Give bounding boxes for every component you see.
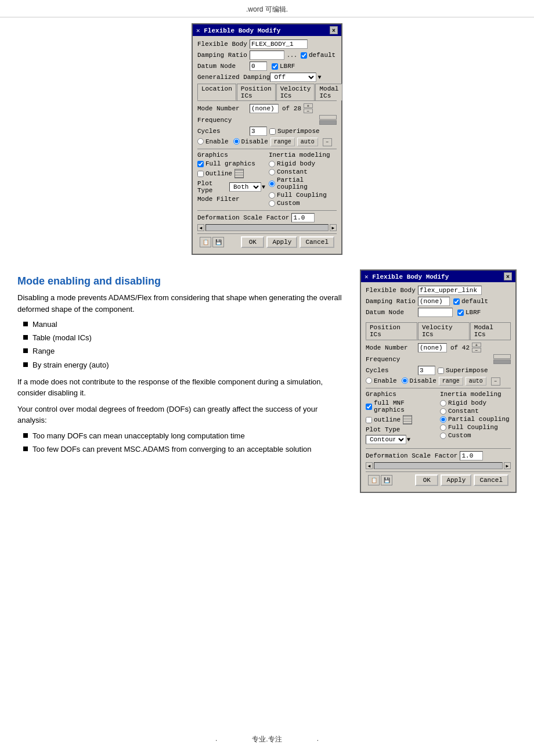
scroll-right-btn[interactable]: ▶ (330, 224, 337, 231)
section-heading: Mode enabling and disabling (17, 275, 348, 287)
dialog1-datum-row: Datum Node LBRF (197, 62, 337, 71)
dotted-btn[interactable]: ... (287, 52, 297, 59)
disable-radio[interactable] (233, 138, 240, 145)
lbrf-checkbox[interactable] (272, 63, 278, 70)
d2-tab-velocity-ics[interactable]: Velocity ICs (418, 322, 470, 340)
d2-scroll-track[interactable] (374, 462, 503, 469)
gen-damping-arrow[interactable]: ▼ (317, 74, 321, 81)
dialog2-apply-button[interactable]: Apply (441, 474, 471, 486)
mode-number-input[interactable] (250, 104, 279, 113)
tab-position-ics[interactable]: Position ICs (237, 84, 276, 100)
constant-label: Constant (277, 168, 308, 175)
dialog1-sep1 (197, 149, 337, 149)
dialog1-apply-button[interactable]: Apply (266, 236, 297, 248)
auto-button[interactable]: auto (297, 138, 318, 146)
gen-damping-label: Generalized Damping (197, 74, 270, 81)
dialog2-ok-button[interactable]: OK (415, 474, 438, 486)
enable-radio[interactable] (197, 138, 204, 145)
tab-velocity-ics[interactable]: Velocity ICs (276, 84, 315, 100)
scroll-track[interactable] (205, 224, 329, 231)
rigid-body-radio[interactable] (269, 161, 275, 167)
dialog2-graphics-col: Graphics full MNF graphics outline (366, 391, 436, 446)
dialog1-sep2 (197, 210, 337, 211)
gen-damping-select[interactable]: Off (270, 73, 316, 82)
d2-datum-node-input[interactable] (418, 308, 453, 317)
tab-modal-ics[interactable]: Modal ICs (315, 84, 342, 100)
partial-coupling-radio[interactable] (269, 181, 275, 187)
d2-plot-type-arrow[interactable]: ▼ (407, 437, 410, 443)
graphics-title: Graphics (197, 152, 265, 159)
damping-ratio-input[interactable] (250, 51, 284, 60)
d2-default-checkbox[interactable] (453, 298, 460, 305)
dialog1-mode-number-row: Mode Number of 28 + − (197, 103, 337, 113)
d2-scroll-right-btn[interactable]: ▶ (504, 462, 511, 469)
dialog2-cancel-button[interactable]: Cancel (474, 474, 508, 486)
d2-superimpose-checkbox[interactable] (438, 368, 444, 374)
d2-icon-btn-2[interactable]: 💾 (381, 475, 392, 485)
d2-range-button[interactable]: range (439, 377, 463, 386)
d2-scroll-left-btn[interactable]: ◀ (366, 462, 373, 469)
d2-rigid-body-radio[interactable] (440, 400, 446, 406)
constant-radio[interactable] (269, 169, 275, 175)
datum-node-input[interactable] (250, 62, 267, 71)
d2-full-mnf-checkbox[interactable] (366, 404, 372, 410)
dialog1-cancel-button[interactable]: Cancel (300, 236, 334, 248)
d2-cycles-input[interactable] (418, 366, 435, 375)
dialog1-bottom-icons: 📋 💾 (200, 237, 224, 247)
icon-btn-2[interactable]: 💾 (212, 237, 224, 247)
dialog1-close-button[interactable]: × (330, 26, 338, 34)
dialog2-flexible-body-row: Flexible Body (366, 286, 511, 295)
d2-mode-down-btn[interactable]: − (472, 348, 481, 352)
dialog1-deformation-row: Deformation Scale Factor (197, 213, 337, 222)
d2-outline-checkbox[interactable] (366, 417, 372, 423)
tab-location[interactable]: Location (197, 84, 236, 100)
dialog1-flexible-body-row: Flexible Body (197, 39, 337, 49)
scroll-left-btn[interactable]: ◀ (197, 224, 204, 231)
dialog1: ✕ Flexible Body Modify × Flexible Body D… (192, 23, 342, 255)
default-checkbox[interactable] (301, 52, 307, 59)
full-coupling-radio[interactable] (269, 192, 275, 199)
text-column: Mode enabling and disabling Disabling a … (17, 269, 348, 493)
d2-tab-modal-ics[interactable]: Modal ICs (470, 322, 511, 340)
d2-partial-coupling-radio[interactable] (440, 416, 446, 423)
full-graphics-checkbox[interactable] (197, 161, 204, 167)
d2-auto-button[interactable]: auto (466, 377, 486, 386)
d2-icon-btn-1[interactable]: 📋 (368, 475, 380, 485)
dialog1-ok-button[interactable]: OK (241, 236, 264, 248)
range-button[interactable]: range (270, 138, 295, 146)
d2-flexible-body-label: Flexible Body (366, 287, 418, 294)
d2-custom-radio[interactable] (440, 433, 446, 439)
cycles-input[interactable] (250, 127, 267, 136)
d2-tab-position-ics[interactable]: Position ICs (366, 322, 417, 340)
of-label: of 28 (282, 105, 301, 112)
d2-flexible-body-input[interactable] (418, 286, 482, 295)
plot-type-select[interactable]: Both Contour (229, 182, 261, 192)
icon-btn-1[interactable]: 📋 (200, 237, 211, 247)
d2-of-label: of 42 (450, 344, 470, 351)
superimpose-checkbox[interactable] (269, 128, 276, 135)
d2-mode-number-input[interactable] (418, 343, 447, 352)
outline-checkbox[interactable] (197, 171, 204, 177)
plot-type-arrow[interactable]: ▼ (262, 184, 265, 190)
freq-bar (319, 120, 337, 125)
minus-btn[interactable]: − (323, 138, 332, 146)
deformation-input[interactable] (291, 213, 315, 222)
d2-cycles-label: Cycles (366, 367, 418, 374)
flexible-body-input[interactable] (250, 39, 308, 49)
d2-minus-btn[interactable]: − (491, 377, 500, 386)
mode-down-btn[interactable]: − (304, 109, 313, 113)
mode-up-btn[interactable]: + (304, 103, 313, 108)
d2-disable-radio[interactable] (402, 377, 408, 384)
d2-enable-radio[interactable] (366, 377, 372, 384)
dialog2-scrollbar: ◀ ▶ (366, 462, 511, 469)
d2-constant-radio[interactable] (440, 408, 446, 415)
dialog2-close-button[interactable]: × (504, 272, 512, 280)
d2-plot-type-select[interactable]: Contour Both (366, 435, 406, 444)
custom-radio[interactable] (269, 200, 275, 207)
d2-full-coupling-radio[interactable] (440, 424, 446, 431)
d2-damping-ratio-input[interactable] (418, 297, 450, 306)
d2-lbrf-checkbox[interactable] (457, 309, 464, 316)
mode-filter-row: Mode Filter (197, 196, 265, 203)
d2-deformation-input[interactable] (460, 451, 483, 460)
d2-mode-up-btn[interactable]: + (472, 343, 481, 347)
